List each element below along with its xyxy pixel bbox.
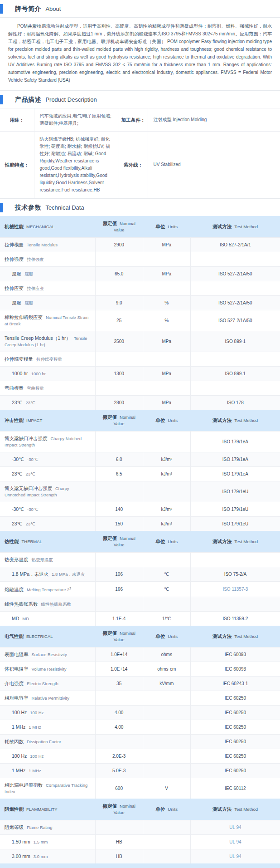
param-name-zh: 1 MHz xyxy=(12,768,25,773)
param-name-en: Electric Strength xyxy=(27,681,58,686)
method-header-cell: 测试方法Test Method xyxy=(190,799,280,820)
unit-cell xyxy=(143,735,190,749)
param-name-zh: 23℃ xyxy=(12,521,22,526)
test-method-cell: ISO 179/1eU xyxy=(190,502,280,517)
table-row: 耗散因数Dissipation FactorIEC 60250 xyxy=(0,735,280,749)
param-name-zh: 1.8 MPa，未退火 xyxy=(12,571,48,577)
test-method-cell: IEC 60250 xyxy=(190,764,280,778)
param-name-en: 拉伸蠕变模量 xyxy=(36,357,62,362)
unit-cell: kV/mm xyxy=(143,677,190,691)
nominal-header-cell: 额定值Nominal Value xyxy=(95,216,143,238)
param-name-zh: -30℃ xyxy=(12,506,24,512)
units-header-cell: 单位Units xyxy=(143,531,190,553)
nominal-value-cell xyxy=(95,281,143,296)
test-method-cell xyxy=(190,352,280,367)
param-name-zh: 拉伸强度 xyxy=(5,256,24,262)
nominal-value-cell: 106 xyxy=(95,567,143,582)
unit-cell xyxy=(143,691,190,706)
nominal-value-cell: 166 xyxy=(95,582,143,597)
table-row: 1 MHz1 MHz4.00IEC 60250 xyxy=(0,720,280,735)
nominal-value-cell xyxy=(95,381,143,396)
param-name-zh: 弯曲模量 xyxy=(5,385,24,391)
nominal-value-cell: 140 xyxy=(95,502,143,517)
table-row: 弯曲模量弯曲模量 xyxy=(0,381,280,396)
nominal-header-cell: 额定值Nominal Value xyxy=(95,410,143,432)
param-name-en: Nominal Value xyxy=(114,804,135,815)
section-accent-bar xyxy=(0,4,3,14)
section-accent-bar xyxy=(0,203,3,212)
param-name-cell: 标称拉伸断裂应变Nominal Tensile Strain at Break xyxy=(0,310,95,331)
nominal-value-cell: 1.0E+14 xyxy=(95,662,143,677)
table-row: 热变形温度热变形温度 xyxy=(0,553,280,567)
table-row: 屈服屈服65.0MPaISO 527-2/1A/50 xyxy=(0,267,280,281)
nominal-value-cell: 9.0 xyxy=(95,296,143,310)
unit-cell xyxy=(143,553,190,567)
param-name-cell: 1 MHz1 MHz xyxy=(0,764,95,778)
group-header-row: 机械性能MECHANICAL额定值Nominal Value单位Units测试方… xyxy=(0,216,280,238)
nominal-value-cell xyxy=(95,432,143,452)
unit-cell xyxy=(143,720,190,735)
param-name-en: Tensile Modulus xyxy=(27,242,58,247)
param-name-zh: 耗散因数 xyxy=(5,739,24,744)
param-name-cell: 相比漏电起痕指数Comparative Tracking Index xyxy=(0,778,95,799)
nominal-value-cell: HB xyxy=(95,835,143,849)
param-name-en: 23℃ xyxy=(25,400,35,405)
param-name-en: Nominal Value xyxy=(114,631,135,642)
param-name-zh: 屈服 xyxy=(12,271,21,276)
group-name-cell: 冲击性能IMPACT xyxy=(0,410,95,432)
param-name-en: 弯曲模量 xyxy=(27,386,44,391)
param-name-en: ELECTRICAL xyxy=(26,634,53,639)
table-row: 相对电容率Relative PermittivityIEC 60250 xyxy=(0,691,280,706)
param-name-zh: 额定值 xyxy=(102,221,117,226)
param-name-zh: 单位 xyxy=(155,224,165,229)
test-method-link[interactable]: UL 94 xyxy=(190,849,280,864)
unit-cell: V xyxy=(143,778,190,799)
test-method-link[interactable]: UL 94 xyxy=(190,835,280,849)
method-header-cell: 测试方法Test Method xyxy=(190,216,280,238)
units-header-cell: 单位Units xyxy=(143,410,190,432)
test-method-link[interactable]: ISO 11357-3 xyxy=(190,582,280,597)
param-name-en: 拉伸强度 xyxy=(27,257,44,262)
param-name-cell: 体积电阻率Volume Resistivity xyxy=(0,662,95,677)
param-name-cell: 23℃23℃ xyxy=(0,396,95,410)
param-name-en: 3.0 mm xyxy=(34,854,48,859)
param-name-en: Test Method xyxy=(234,418,258,423)
param-name-zh: 相比漏电起痕指数 xyxy=(5,782,43,788)
technical-data-body: 机械性能MECHANICAL额定值Nominal Value单位Units测试方… xyxy=(0,216,280,868)
section-title-zh: 技术参数 xyxy=(15,204,41,211)
test-method-cell xyxy=(190,381,280,396)
param-name-zh: 拉伸蠕变模量 xyxy=(5,356,33,362)
unit-cell: kJ/m² xyxy=(143,502,190,517)
param-name-cell: 23℃23℃ xyxy=(0,467,95,481)
units-header-cell: 单位Units xyxy=(143,799,190,820)
test-method-cell: ISO 899-1 xyxy=(190,367,280,381)
param-name-cell: 耗散因数Dissipation Factor xyxy=(0,735,95,749)
param-name-en: Units xyxy=(168,807,178,812)
product-label: 用途： xyxy=(0,108,34,132)
group-header-row: 冲击性能IMPACT额定值Nominal Value单位Units测试方法Tes… xyxy=(0,410,280,432)
group-name-cell: 物理性能PHYSICAL xyxy=(0,863,95,868)
test-method-cell: IEC 60093 xyxy=(190,647,280,662)
section-title-en: Product Description xyxy=(45,96,97,103)
test-method-cell: ISO 178 xyxy=(190,396,280,410)
product-description-body: 用途：汽车领域的应用;电气/电子应用领域;薄壁部件;电器用具;加工条件：注射成型… xyxy=(0,108,280,198)
param-name-zh: 热变形温度 xyxy=(5,557,29,562)
param-name-zh: 阻燃性能 xyxy=(5,806,24,812)
param-name-en: MD xyxy=(22,616,29,621)
test-method-cell: ISO 527-2/1A/50 xyxy=(190,296,280,310)
table-row: 23℃23℃2800MPaISO 178 xyxy=(0,396,280,410)
nominal-value-cell: 4.00 xyxy=(95,706,143,720)
param-name-en: 1.8 MPa，未退火 xyxy=(52,572,85,577)
param-name-zh: 单位 xyxy=(155,806,165,812)
param-name-cell: 屈服屈服 xyxy=(0,267,95,281)
param-name-zh: 拉伸模量 xyxy=(5,242,24,247)
test-method-link[interactable]: UL 94 xyxy=(190,820,280,835)
param-name-en: 1 MHz xyxy=(29,768,41,773)
unit-cell: ℃ xyxy=(143,567,190,582)
param-name-cell: 表面电阻率Surface Resistivity xyxy=(0,647,95,662)
param-name-cell: 熔融温度Melting Temperature 22 xyxy=(0,582,95,597)
param-name-en: Dissipation Factor xyxy=(27,739,61,744)
test-method-cell: IEC 60250 xyxy=(190,720,280,735)
test-method-cell: ISO 75-2/A xyxy=(190,567,280,582)
param-name-cell: 100 Hz100 Hz xyxy=(0,706,95,720)
